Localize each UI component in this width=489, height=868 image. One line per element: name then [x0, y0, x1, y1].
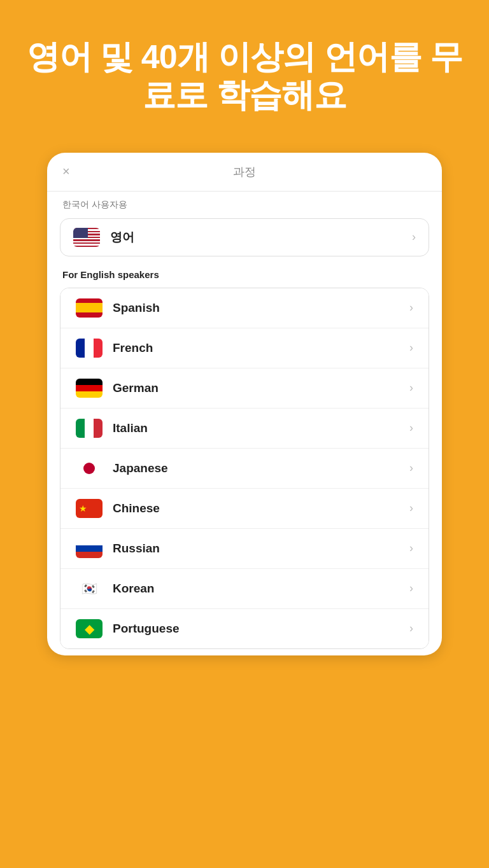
english-speakers-section: Spanish › French › German › Italian › Ja…	[60, 288, 429, 649]
list-item[interactable]: Spanish ›	[60, 288, 429, 328]
for-english-speakers-label: For English speakers	[47, 260, 442, 285]
korean-section-label: 한국어 사용자용	[47, 192, 442, 214]
language-name: Italian	[113, 421, 409, 435]
chevron-icon: ›	[412, 230, 416, 244]
card-header: × 과정	[47, 153, 442, 192]
chevron-icon: ›	[409, 301, 413, 314]
chevron-icon: ›	[409, 381, 413, 395]
chevron-icon: ›	[409, 542, 413, 555]
list-item[interactable]: Italian ›	[60, 409, 429, 449]
flag-fr	[76, 339, 103, 358]
chevron-icon: ›	[409, 341, 413, 354]
list-item[interactable]: French ›	[60, 328, 429, 368]
list-item[interactable]: Portuguese ›	[60, 609, 429, 648]
language-name: Spanish	[113, 301, 409, 315]
flag-us	[73, 228, 100, 247]
list-item[interactable]: 🇰🇷 Korean ›	[60, 569, 429, 609]
card-header-title: 과정	[233, 164, 256, 179]
language-card: × 과정 한국어 사용자용 영어 › For English speakers …	[47, 153, 442, 655]
language-name: German	[113, 381, 409, 395]
page-title: 영어 및 40개 이상의 언어를 무료로 학습해요	[0, 0, 489, 140]
chevron-icon: ›	[409, 461, 413, 475]
language-name: Portuguese	[113, 622, 409, 636]
flag-jp	[76, 459, 103, 478]
chevron-icon: ›	[409, 501, 413, 515]
list-item[interactable]: Chinese ›	[60, 489, 429, 529]
language-name: Korean	[113, 582, 409, 596]
list-item[interactable]: Japanese ›	[60, 449, 429, 489]
close-button[interactable]: ×	[62, 164, 70, 179]
flag-cn	[76, 499, 103, 518]
language-name: Chinese	[113, 501, 409, 515]
flag-br	[76, 619, 103, 638]
flag-it	[76, 419, 103, 438]
english-item[interactable]: 영어 ›	[60, 218, 429, 256]
list-item[interactable]: Russian ›	[60, 529, 429, 569]
flag-kr: 🇰🇷	[76, 579, 103, 598]
flag-ru	[76, 539, 103, 558]
english-item-label: 영어	[110, 229, 412, 246]
language-name: French	[113, 341, 409, 355]
flag-es	[76, 298, 103, 318]
list-item[interactable]: German ›	[60, 368, 429, 409]
flag-de	[76, 379, 103, 398]
language-name: Japanese	[113, 461, 409, 475]
language-name: Russian	[113, 542, 409, 556]
chevron-icon: ›	[409, 622, 413, 635]
chevron-icon: ›	[409, 582, 413, 595]
chevron-icon: ›	[409, 421, 413, 435]
